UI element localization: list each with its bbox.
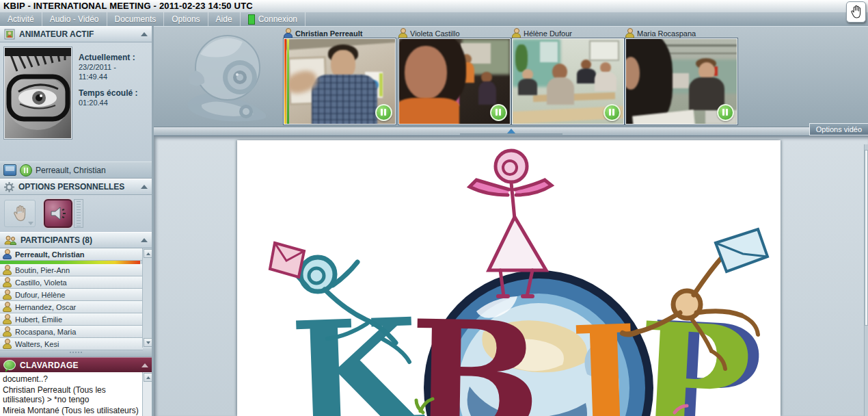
- hand-glyph-icon: [850, 5, 862, 19]
- raise-hand-dropdown-icon[interactable]: [28, 222, 33, 225]
- animator-panel-header[interactable]: ANIMATEUR ACTIF: [0, 26, 152, 42]
- menu-activite[interactable]: Activité: [0, 12, 42, 26]
- chat-message: Christian Perreault (Tous les utilisateu…: [3, 385, 140, 405]
- pause-video-button[interactable]: [375, 104, 392, 121]
- audio-meter-green: [287, 39, 289, 124]
- scroll-down-icon[interactable]: [144, 338, 152, 347]
- animator-photo-icon: [4, 29, 15, 40]
- splitter-grip[interactable]: [460, 133, 562, 135]
- personal-options-header[interactable]: OPTIONS PERSONNELLES: [0, 179, 152, 195]
- chat-bubble-icon: [3, 360, 16, 370]
- scroll-up-icon[interactable]: [144, 373, 152, 382]
- participant-icon: [3, 249, 12, 259]
- participant-icon: [3, 277, 12, 287]
- scroll-up-icon[interactable]: [144, 249, 152, 258]
- connection-status-icon: [248, 14, 255, 25]
- chat-scrollbar[interactable]: [142, 372, 152, 416]
- participant-row[interactable]: Walters, Kesi: [0, 338, 143, 350]
- animator-panel-title: ANIMATEUR ACTIF: [19, 29, 94, 39]
- pause-video-button[interactable]: [490, 104, 507, 121]
- menu-aide[interactable]: Aide: [208, 12, 241, 26]
- collapse-video-strip-icon[interactable]: [507, 129, 515, 133]
- participants-icon: [4, 235, 16, 246]
- participant-icon: [284, 28, 293, 38]
- sidebar: ANIMATEUR ACTIF: [0, 26, 154, 416]
- chat-title: CLAVARDAGE: [20, 361, 79, 370]
- right-column: Christian Perreault Violeta Castillo: [154, 26, 868, 416]
- collapse-participants-icon[interactable]: [141, 238, 148, 242]
- participant-icon: [512, 28, 521, 38]
- menu-bar: Activité Audio - Vidéo Documents Options…: [0, 12, 868, 27]
- chat-header[interactable]: CLAVARDAGE: [0, 357, 152, 372]
- chat-message: document..?: [3, 374, 140, 385]
- logo-letter-k: K: [288, 285, 426, 416]
- menu-options[interactable]: Options: [164, 12, 208, 26]
- pause-video-button[interactable]: [717, 104, 734, 121]
- participant-row[interactable]: Rocaspana, Maria: [0, 326, 143, 338]
- hand-cursor-icon: [846, 1, 866, 23]
- speaker-button[interactable]: [44, 199, 72, 228]
- title-bar: KBIP - INTERNATIONAL MEETING - 2011-02-2…: [0, 0, 868, 13]
- participants-scrollbar[interactable]: [142, 248, 152, 348]
- participants-title: PARTICIPANTS (8): [21, 235, 92, 245]
- main-content-area: K B I P P: [154, 136, 868, 416]
- video-tile: Hélène Dufour: [512, 28, 624, 125]
- chat-panel: document..? Christian Perreault (Tous le…: [0, 372, 152, 416]
- main-scrollbar-thumb[interactable]: [865, 150, 868, 326]
- participants-list: Perreault, Christian Boutin, Pier-Ann Ca…: [0, 248, 152, 348]
- participants-header[interactable]: PARTICIPANTS (8): [0, 232, 152, 248]
- participant-row[interactable]: Boutin, Pier-Ann: [0, 264, 143, 276]
- raise-hand-icon: [12, 205, 27, 222]
- volume-slider[interactable]: [74, 199, 83, 228]
- chat-messages[interactable]: document..? Christian Perreault (Tous le…: [0, 372, 143, 416]
- video-feed[interactable]: [284, 38, 396, 125]
- video-feed[interactable]: [398, 38, 511, 125]
- participant-icon: [3, 302, 12, 312]
- participant-icon: [398, 28, 407, 38]
- pause-video-button[interactable]: [603, 104, 621, 121]
- elapsed-label: Temps écoulé :: [79, 88, 137, 98]
- menu-audio-video[interactable]: Audio - Vidéo: [42, 12, 107, 26]
- raise-hand-button[interactable]: [4, 200, 36, 227]
- video-feed[interactable]: [512, 38, 624, 125]
- video-feed[interactable]: [625, 38, 737, 125]
- animator-info: Actuellement : 23/2/2011 - 11:49.44 Temp…: [79, 47, 137, 157]
- screen-share-icon[interactable]: [3, 164, 16, 176]
- video-label: Violeta Castillo: [398, 28, 511, 38]
- currently-label: Actuellement :: [79, 53, 137, 62]
- participant-icon: [3, 339, 12, 349]
- video-label: Hélène Dufour: [512, 28, 624, 38]
- whiteboard-page[interactable]: K B I P P: [237, 140, 781, 416]
- participant-row[interactable]: Perreault, Christian: [0, 248, 143, 261]
- personal-options-body: [0, 195, 152, 232]
- audio-meter-red: [284, 39, 286, 124]
- animator-panel-body: Actuellement : 23/2/2011 - 11:49.44 Temp…: [0, 42, 152, 161]
- participant-row[interactable]: Dufour, Hélène: [0, 289, 143, 301]
- pause-animator-icon[interactable]: [20, 164, 32, 177]
- meeting-app-window: KBIP - INTERNATIONAL MEETING - 2011-02-2…: [0, 0, 868, 416]
- video-options-button[interactable]: Options vidéo: [809, 123, 868, 135]
- menu-documents[interactable]: Documents: [107, 12, 165, 26]
- elapsed-time: 01:20.44: [79, 98, 137, 107]
- main-scrollbar[interactable]: [864, 144, 868, 416]
- collapse-chat-icon[interactable]: [141, 363, 148, 367]
- collapse-animator-icon[interactable]: [141, 32, 148, 36]
- window-title: KBIP - INTERNATIONAL MEETING - 2011-02-2…: [0, 0, 868, 12]
- participant-icon: [3, 265, 12, 275]
- personal-options-title: OPTIONS PERSONNELLES: [18, 182, 124, 192]
- participant-row[interactable]: Castillo, Violeta: [0, 276, 143, 289]
- participant-row[interactable]: Hernandez, Oscar: [0, 301, 143, 313]
- participant-row[interactable]: Hubert, Émilie: [0, 313, 143, 326]
- animator-name-row: Perreault, Christian: [0, 161, 152, 179]
- video-tile: Christian Perreault: [284, 28, 396, 125]
- logo-letter-i: I: [568, 293, 642, 416]
- video-strip-splitter[interactable]: [154, 127, 868, 137]
- animator-name: Perreault, Christian: [36, 166, 106, 175]
- speaker-icon: [49, 205, 67, 222]
- video-tile: Violeta Castillo: [398, 28, 511, 125]
- kbip-logo-drawing: K B I P P: [237, 140, 781, 416]
- collapse-personal-options-icon[interactable]: [141, 185, 148, 189]
- participant-icon: [3, 314, 12, 324]
- video-tile: Maria Rocaspana: [625, 28, 737, 125]
- menu-connexion[interactable]: Connexion: [241, 12, 306, 26]
